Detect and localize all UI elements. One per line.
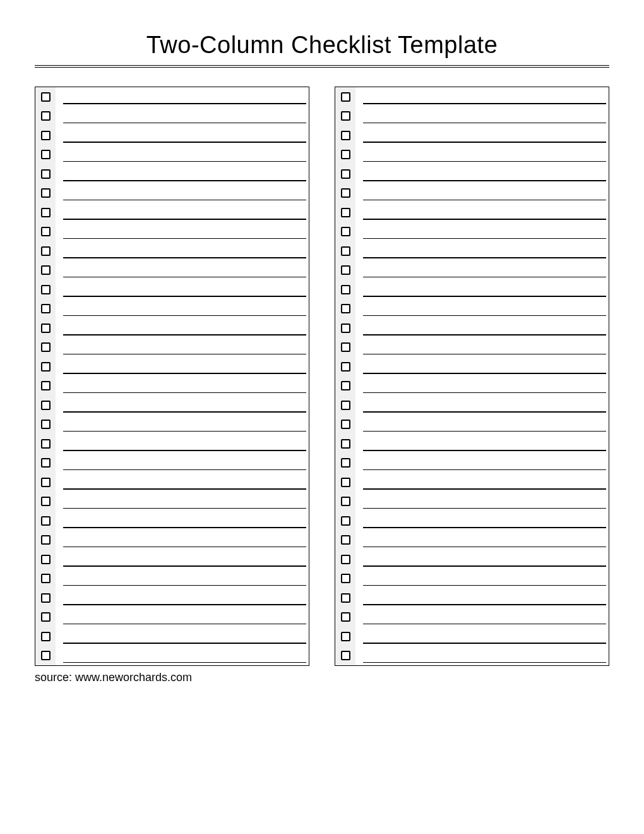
checklist-line[interactable] [56, 492, 309, 512]
checkbox[interactable] [341, 612, 350, 622]
checklist-line[interactable] [355, 261, 609, 281]
checkbox[interactable] [41, 362, 51, 372]
checkbox[interactable] [341, 439, 350, 449]
checkbox[interactable] [41, 478, 51, 487]
checkbox[interactable] [341, 188, 350, 198]
checklist-line[interactable] [56, 454, 309, 473]
checklist-line[interactable] [355, 627, 609, 646]
checklist-line[interactable] [56, 396, 309, 415]
checkbox[interactable] [341, 92, 350, 102]
checklist-line[interactable] [355, 357, 609, 377]
checklist-line[interactable] [56, 318, 309, 338]
checkbox[interactable] [341, 169, 350, 179]
checkbox[interactable] [341, 111, 350, 121]
checklist-line[interactable] [56, 164, 309, 184]
checklist-line[interactable] [355, 184, 609, 203]
checkbox[interactable] [41, 150, 51, 159]
checklist-line[interactable] [355, 531, 609, 550]
checklist-line[interactable] [355, 126, 609, 145]
checklist-line[interactable] [56, 646, 309, 666]
checklist-line[interactable] [355, 608, 609, 627]
checkbox[interactable] [341, 246, 350, 256]
checklist-line[interactable] [355, 473, 609, 492]
checklist-line[interactable] [56, 87, 309, 107]
checkbox[interactable] [341, 265, 350, 275]
checklist-line[interactable] [355, 396, 609, 415]
checkbox[interactable] [341, 574, 350, 583]
checkbox[interactable] [41, 131, 51, 140]
checklist-line[interactable] [355, 492, 609, 512]
checkbox[interactable] [41, 535, 51, 545]
checkbox[interactable] [41, 265, 51, 275]
checkbox[interactable] [41, 401, 51, 410]
checkbox[interactable] [41, 612, 51, 622]
checkbox[interactable] [341, 593, 350, 603]
checkbox[interactable] [341, 632, 350, 641]
checklist-line[interactable] [56, 280, 309, 299]
checkbox[interactable] [41, 458, 51, 468]
checklist-line[interactable] [56, 415, 309, 435]
checkbox[interactable] [341, 131, 350, 140]
checkbox[interactable] [341, 458, 350, 468]
checkbox[interactable] [41, 651, 51, 660]
checklist-line[interactable] [355, 454, 609, 473]
checklist-line[interactable] [56, 608, 309, 627]
checkbox[interactable] [41, 555, 51, 564]
checkbox[interactable] [341, 516, 350, 526]
checklist-line[interactable] [56, 550, 309, 569]
checklist-line[interactable] [355, 646, 609, 666]
checkbox[interactable] [41, 593, 51, 603]
checkbox[interactable] [341, 401, 350, 410]
checkbox[interactable] [341, 420, 350, 429]
checklist-line[interactable] [355, 145, 609, 165]
checklist-line[interactable] [56, 126, 309, 145]
checklist-line[interactable] [56, 261, 309, 281]
checkbox[interactable] [41, 342, 51, 352]
checkbox[interactable] [341, 285, 350, 294]
checklist-line[interactable] [355, 280, 609, 299]
checkbox[interactable] [41, 516, 51, 526]
checklist-line[interactable] [355, 569, 609, 589]
checklist-line[interactable] [355, 299, 609, 319]
checkbox[interactable] [41, 188, 51, 198]
checklist-line[interactable] [355, 377, 609, 396]
checkbox[interactable] [41, 420, 51, 429]
checkbox[interactable] [341, 497, 350, 506]
checkbox[interactable] [341, 342, 350, 352]
checklist-line[interactable] [355, 588, 609, 608]
checklist-line[interactable] [56, 222, 309, 242]
checkbox[interactable] [341, 304, 350, 313]
checklist-line[interactable] [56, 588, 309, 608]
checklist-line[interactable] [56, 203, 309, 222]
checkbox[interactable] [341, 362, 350, 372]
checklist-line[interactable] [56, 184, 309, 203]
checkbox[interactable] [341, 555, 350, 564]
checklist-line[interactable] [56, 511, 309, 531]
checkbox[interactable] [41, 632, 51, 641]
checkbox[interactable] [341, 227, 350, 236]
checklist-line[interactable] [56, 241, 309, 261]
checkbox[interactable] [41, 92, 51, 102]
checklist-line[interactable] [355, 203, 609, 222]
checklist-line[interactable] [56, 627, 309, 646]
checkbox[interactable] [341, 381, 350, 390]
checklist-line[interactable] [56, 107, 309, 126]
checklist-line[interactable] [355, 338, 609, 358]
checklist-line[interactable] [56, 338, 309, 358]
checklist-line[interactable] [355, 415, 609, 435]
checklist-line[interactable] [56, 299, 309, 319]
checklist-line[interactable] [56, 473, 309, 492]
checklist-line[interactable] [56, 531, 309, 550]
checkbox[interactable] [341, 208, 350, 217]
checkbox[interactable] [41, 574, 51, 583]
checkbox[interactable] [341, 651, 350, 660]
checklist-line[interactable] [56, 569, 309, 589]
checkbox[interactable] [341, 323, 350, 333]
checkbox[interactable] [41, 111, 51, 121]
checkbox[interactable] [41, 381, 51, 390]
checkbox[interactable] [341, 150, 350, 159]
checklist-line[interactable] [56, 145, 309, 165]
checklist-line[interactable] [355, 434, 609, 454]
checkbox[interactable] [41, 497, 51, 506]
checkbox[interactable] [41, 285, 51, 294]
